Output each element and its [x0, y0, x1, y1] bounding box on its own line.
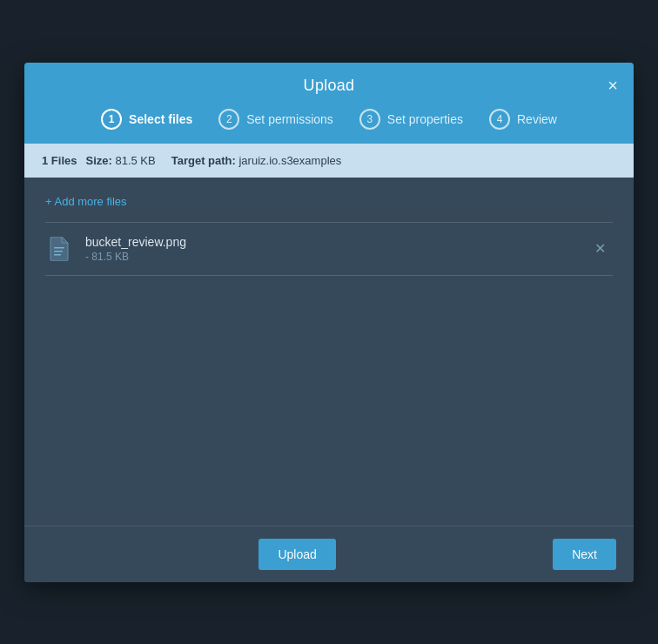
step-4[interactable]: 4 Review [489, 109, 557, 130]
upload-modal: Upload × 1 Select files 2 Set permission… [24, 63, 634, 582]
step-3-label: Set properties [387, 112, 463, 126]
modal-footer: Upload Next [24, 526, 634, 582]
svg-rect-0 [54, 247, 64, 249]
step-4-circle: 4 [489, 109, 510, 130]
file-list: bucket_review.png - 81.5 KB ✕ [45, 222, 613, 276]
next-button[interactable]: Next [553, 539, 616, 570]
file-size: - 81.5 KB [85, 251, 588, 263]
step-2-circle: 2 [218, 109, 239, 130]
add-more-files-button[interactable]: + Add more files [45, 195, 613, 208]
file-name: bucket_review.png [85, 235, 588, 249]
step-2[interactable]: 2 Set permissions [218, 109, 333, 130]
step-1[interactable]: 1 Select files [101, 109, 192, 130]
step-4-label: Review [517, 112, 557, 126]
size-label: Size: 81.5 KB [85, 154, 155, 167]
files-count: 1 Files [42, 154, 77, 167]
file-info: bucket_review.png - 81.5 KB [85, 235, 588, 263]
svg-rect-1 [54, 251, 63, 252]
modal-header: Upload × [24, 63, 634, 109]
info-bar: 1 Files Size: 81.5 KB Target path: jarui… [24, 144, 634, 178]
step-1-circle: 1 [101, 109, 122, 130]
close-button[interactable]: × [608, 77, 618, 94]
step-1-label: Select files [129, 112, 192, 126]
step-3-circle: 3 [359, 109, 380, 130]
steps-bar: 1 Select files 2 Set permissions 3 Set p… [24, 109, 634, 144]
modal-title: Upload [304, 77, 355, 95]
modal-body: + Add more files bucket_review.png - 81.… [24, 178, 634, 526]
step-2-label: Set permissions [246, 112, 333, 126]
file-item: bucket_review.png - 81.5 KB ✕ [45, 223, 613, 276]
svg-rect-2 [54, 254, 61, 256]
upload-button[interactable]: Upload [258, 539, 335, 570]
step-3[interactable]: 3 Set properties [359, 109, 463, 130]
remove-file-button[interactable]: ✕ [588, 237, 613, 260]
target-path: Target path: jaruiz.io.s3examples [164, 154, 342, 167]
file-icon [45, 233, 73, 265]
